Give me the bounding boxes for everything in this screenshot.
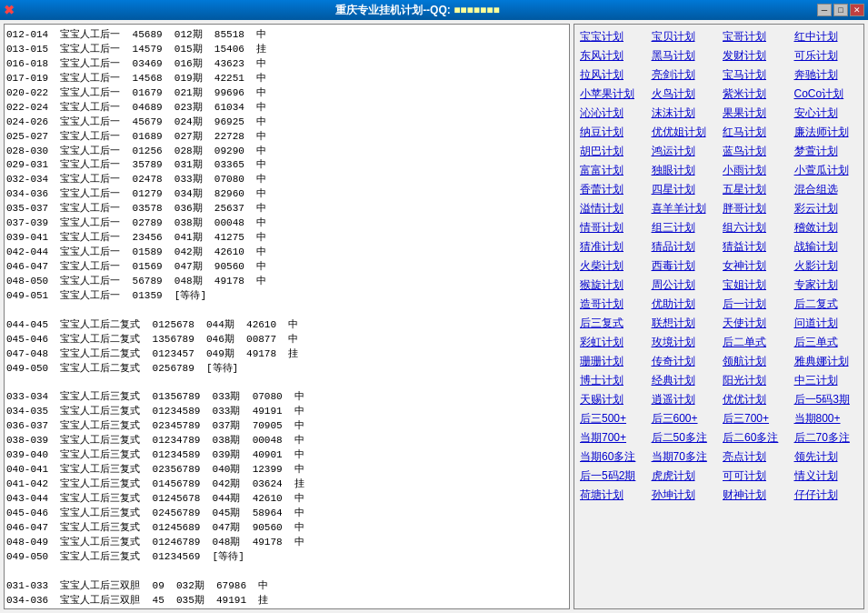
link-item[interactable]: 女神计划: [721, 257, 789, 275]
link-item[interactable]: 天赐计划: [578, 391, 646, 408]
link-item[interactable]: CoCo计划: [793, 85, 861, 103]
link-item[interactable]: 逍遥计划: [650, 391, 718, 408]
link-item[interactable]: 鸿运计划: [650, 143, 718, 160]
link-item[interactable]: 果果计划: [721, 105, 789, 122]
link-item[interactable]: 传奇计划: [650, 353, 718, 370]
link-item[interactable]: 仔仔计划: [793, 487, 861, 504]
link-item[interactable]: 稽敛计划: [793, 219, 861, 236]
link-item[interactable]: 彩虹计划: [578, 334, 646, 351]
link-item[interactable]: 后三500+: [578, 410, 646, 427]
link-item[interactable]: 当期800+: [793, 410, 861, 427]
link-item[interactable]: 独眼计划: [650, 162, 718, 179]
link-item[interactable]: 溢情计划: [578, 200, 646, 217]
link-item[interactable]: 黑马计划: [650, 47, 718, 65]
link-item[interactable]: 珊珊计划: [578, 353, 646, 370]
link-item[interactable]: 后二70多注: [793, 429, 861, 447]
link-item[interactable]: 荷塘计划: [578, 487, 646, 504]
link-item[interactable]: 小苹果计划: [578, 85, 646, 103]
link-item[interactable]: 后三600+: [650, 410, 718, 427]
link-item[interactable]: 优优计划: [721, 391, 789, 408]
link-item[interactable]: 沫沫计划: [650, 105, 718, 122]
link-item[interactable]: 蓝鸟计划: [721, 143, 789, 160]
link-item[interactable]: 猜益计划: [721, 238, 789, 256]
close-button[interactable]: ✕: [850, 4, 864, 16]
link-item[interactable]: 宝马计划: [721, 66, 789, 84]
link-item[interactable]: 东风计划: [578, 47, 646, 65]
link-item[interactable]: 战输计划: [793, 238, 861, 256]
link-item[interactable]: 优助计划: [650, 296, 718, 313]
minimize-button[interactable]: ─: [817, 4, 832, 16]
link-item[interactable]: 后三单式: [793, 334, 861, 351]
link-item[interactable]: 宝哥计划: [721, 28, 789, 45]
link-item[interactable]: 火鸟计划: [650, 85, 718, 103]
link-item[interactable]: 问道计划: [793, 315, 861, 332]
link-item[interactable]: 梦萱计划: [793, 143, 861, 160]
window-controls[interactable]: ─ □ ✕: [817, 4, 864, 16]
link-item[interactable]: 富富计划: [578, 162, 646, 179]
link-item[interactable]: 后一5码3期: [793, 391, 861, 408]
link-item[interactable]: 领先计划: [793, 448, 861, 466]
link-item[interactable]: 小雨计划: [721, 162, 789, 179]
link-item[interactable]: 中三计划: [793, 372, 861, 389]
link-item[interactable]: 安心计划: [793, 105, 861, 122]
link-item[interactable]: 玫境计划: [650, 334, 718, 351]
link-item[interactable]: 紫米计划: [721, 85, 789, 103]
link-item[interactable]: 后三700+: [721, 410, 789, 427]
link-item[interactable]: 组六计划: [721, 219, 789, 236]
link-item[interactable]: 后三复式: [578, 315, 646, 332]
link-item[interactable]: 彩云计划: [793, 200, 861, 217]
link-item[interactable]: 联想计划: [650, 315, 718, 332]
link-item[interactable]: 西毒计划: [650, 257, 718, 275]
link-item[interactable]: 宝贝计划: [650, 28, 718, 45]
link-item[interactable]: 领航计划: [721, 353, 789, 370]
link-item[interactable]: 财神计划: [721, 487, 789, 504]
right-panel[interactable]: 宝宝计划宝贝计划宝哥计划红中计划东风计划黑马计划发财计划可乐计划拉风计划亮剑计划…: [574, 24, 864, 609]
link-item[interactable]: 博士计划: [578, 372, 646, 389]
link-item[interactable]: 可可计划: [721, 467, 789, 485]
link-item[interactable]: 拉风计划: [578, 66, 646, 84]
link-item[interactable]: 廉法师计划: [793, 124, 861, 141]
link-item[interactable]: 后二单式: [721, 334, 789, 351]
link-item[interactable]: 后一5码2期: [578, 467, 646, 485]
link-item[interactable]: 红马计划: [721, 124, 789, 141]
link-item[interactable]: 猜品计划: [650, 238, 718, 256]
link-item[interactable]: 情义计划: [793, 467, 861, 485]
link-item[interactable]: 可乐计划: [793, 47, 861, 65]
link-item[interactable]: 天使计划: [721, 315, 789, 332]
link-item[interactable]: 当期60多注: [578, 448, 646, 466]
link-item[interactable]: 孙坤计划: [650, 487, 718, 504]
link-item[interactable]: 组三计划: [650, 219, 718, 236]
link-item[interactable]: 纳豆计划: [578, 124, 646, 141]
link-item[interactable]: 猜准计划: [578, 238, 646, 256]
link-item[interactable]: 后二60多注: [721, 429, 789, 447]
link-item[interactable]: 情哥计划: [578, 219, 646, 236]
link-item[interactable]: 小萱瓜计划: [793, 162, 861, 179]
link-item[interactable]: 阳光计划: [721, 372, 789, 389]
link-item[interactable]: 胖哥计划: [721, 200, 789, 217]
link-item[interactable]: 雅典娜计划: [793, 353, 861, 370]
link-item[interactable]: 亮点计划: [721, 448, 789, 466]
title-bar[interactable]: ✖ 重庆专业挂机计划--QQ: ■■■■■■■ ─ □ ✕: [0, 0, 868, 20]
link-item[interactable]: 火影计划: [793, 257, 861, 275]
link-item[interactable]: 优优姐计划: [650, 124, 718, 141]
link-item[interactable]: 周公计划: [650, 276, 718, 294]
link-item[interactable]: 后一计划: [721, 296, 789, 313]
link-item[interactable]: 四星计划: [650, 181, 718, 198]
link-item[interactable]: 后二复式: [793, 296, 861, 313]
link-item[interactable]: 胡巴计划: [578, 143, 646, 160]
link-item[interactable]: 宝姐计划: [721, 276, 789, 294]
link-item[interactable]: 宝宝计划: [578, 28, 646, 45]
link-item[interactable]: 五星计划: [721, 181, 789, 198]
link-item[interactable]: 火柴计划: [578, 257, 646, 275]
maximize-button[interactable]: □: [833, 4, 848, 16]
link-item[interactable]: 喜羊羊计划: [650, 200, 718, 217]
lottery-data-content[interactable]: 012-014 宝宝人工后一 45689 012期 85518 中 013-01…: [5, 25, 569, 608]
link-item[interactable]: 奔驰计划: [793, 66, 861, 84]
link-item[interactable]: 经典计划: [650, 372, 718, 389]
link-item[interactable]: 红中计划: [793, 28, 861, 45]
link-item[interactable]: 发财计划: [721, 47, 789, 65]
link-item[interactable]: 专家计划: [793, 276, 861, 294]
link-item[interactable]: 后二50多注: [650, 429, 718, 447]
link-item[interactable]: 混合组选: [793, 181, 861, 198]
link-item[interactable]: 亮剑计划: [650, 66, 718, 84]
